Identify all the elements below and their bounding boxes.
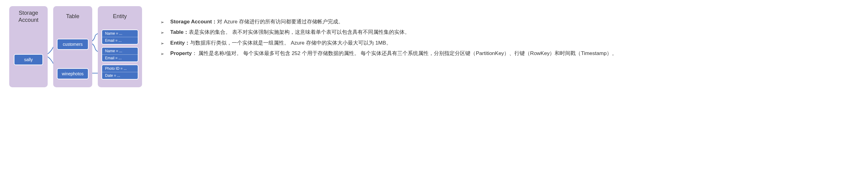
description-list: ➢ Storage Account：对 Azure 存储进行的所有访问都要通过存… [160, 6, 859, 59]
entity-property: Email = ... [102, 37, 138, 44]
triangle-bullet-icon: ➢ [160, 17, 170, 27]
triangle-bullet-icon: ➢ [160, 49, 170, 58]
entity-property: Date = ... [102, 72, 138, 79]
desc-text: 属性是名称/值对。 每个实体最多可包含 252 个用于存储数据的属性。 每个实体… [197, 51, 617, 56]
entity-property: Name = ... [102, 30, 138, 37]
term-storage-account: Storage Account [170, 19, 212, 25]
term-table: Table [170, 29, 184, 35]
entity-column: Entity Name = ... Email = ... Name = ...… [98, 6, 142, 87]
entity-node: Photo ID = ... Date = ... [101, 65, 138, 80]
entity-node: Name = ... Email = ... [101, 47, 138, 62]
triangle-bullet-icon: ➢ [160, 38, 170, 48]
entity-node: Name = ... Email = ... [101, 30, 138, 44]
desc-text: 对 Azure 存储进行的所有访问都要通过存储帐户完成。 [217, 19, 343, 25]
entity-property: Name = ... [102, 48, 138, 55]
description-item: ➢ Storage Account：对 Azure 存储进行的所有访问都要通过存… [160, 17, 859, 27]
entity-property: Email = ... [102, 55, 138, 61]
table-column-header: Table [66, 9, 79, 24]
entity-column-header: Entity [113, 9, 127, 24]
description-item: ➢ Entity：与数据库行类似，一个实体就是一组属性。 Azure 存储中的实… [160, 38, 859, 48]
description-item: ➢ Property： 属性是名称/值对。 每个实体最多可包含 252 个用于存… [160, 49, 859, 58]
storage-column-header: Storage Account [19, 9, 38, 24]
description-item: ➢ Table：表是实体的集合。 表不对实体强制实施架构，这意味着单个表可以包含… [160, 27, 859, 37]
table-node-customers: customers [57, 39, 89, 50]
desc-text: 与数据库行类似，一个实体就是一组属性。 Azure 存储中的实体大小最大可以为 … [190, 40, 392, 46]
table-node-winephotos: winephotos [57, 68, 89, 79]
storage-account-column: Storage Account sally [9, 6, 48, 87]
storage-hierarchy-diagram: Storage Account sally Table customers wi… [9, 6, 142, 87]
term-property: Property [170, 51, 192, 56]
desc-text: 表是实体的集合。 表不对实体强制实施架构，这意味着单个表可以包含具有不同属性集的… [189, 29, 410, 35]
term-entity: Entity [170, 40, 185, 46]
table-column: Table customers winephotos [53, 6, 92, 87]
triangle-bullet-icon: ➢ [160, 27, 170, 37]
storage-account-node: sally [14, 54, 43, 65]
entity-property: Photo ID = ... [102, 65, 138, 72]
